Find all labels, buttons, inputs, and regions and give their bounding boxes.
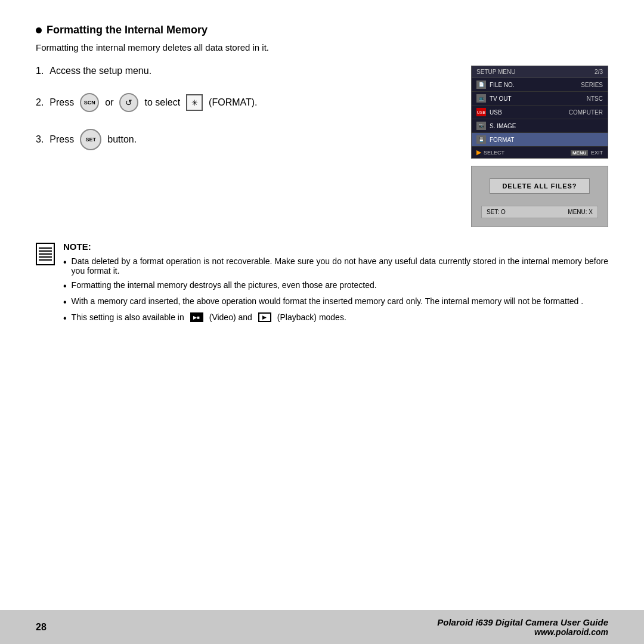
video-mode-icon: ▶■ (190, 312, 203, 322)
main-area: 1. Access the setup menu. 2. Press SCN o… (36, 66, 608, 227)
menu-header: SETUP MENU 2/3 (472, 66, 608, 78)
scn-label: SCN (84, 100, 95, 106)
footer-url: www.polaroid.com (437, 627, 608, 637)
note-list: Data deleted by a format operation is no… (63, 256, 608, 324)
step-2-format: (FORMAT). (209, 97, 257, 108)
exit-text: MENU EXIT (571, 150, 603, 156)
fileno-value: SERIES (581, 82, 603, 88)
dialog-footer: SET: O MENU: X (481, 206, 598, 218)
title-text: Formatting the Internal Memory (47, 24, 208, 36)
delete-all-button: DELETE ALL FILES? (490, 178, 589, 194)
scn-button-icon: SCN (80, 93, 99, 112)
step-2-num: 2. (36, 97, 44, 108)
subtitle-text: Formatting the internal memory deletes a… (36, 42, 608, 52)
select-text: SELECT (484, 150, 504, 156)
note-item-2: Formatting the internal memory destroys … (63, 280, 608, 292)
menu-row-format: 💾 FORMAT (472, 133, 608, 147)
step-2: 2. Press SCN or ↺ to select ✳ (FORMAT). (36, 93, 459, 112)
title-bullet (36, 27, 42, 33)
menu-row-tvout: 📺 TV OUT NTSC (472, 92, 608, 106)
format-label: FORMAT (490, 137, 599, 143)
note-content: NOTE: Data deleted by a format operation… (63, 242, 608, 329)
step-3-button: button. (107, 134, 137, 145)
section-title: Formatting the Internal Memory (36, 24, 608, 36)
fileno-label: FILE NO. (490, 82, 577, 88)
note-item-4: This setting is also available in ▶■ (Vi… (63, 312, 608, 324)
format-icon: ✳ (186, 94, 203, 111)
step-3-press: Press (49, 134, 74, 145)
tvout-label: TV OUT (490, 95, 583, 102)
delete-dialog: DELETE ALL FILES? SET: O MENU: X (471, 166, 608, 227)
dialog-set: SET: O (487, 209, 506, 215)
menu-row-simage: 📷 S. IMAGE (472, 119, 608, 133)
footer-brand: Polaroid i639 Digital Camera User Guide … (437, 617, 608, 637)
select-arrow: ▶ (476, 148, 481, 156)
note-item-1-text: Data deleted by a format operation is no… (72, 256, 608, 275)
step-1: 1. Access the setup menu. (36, 66, 459, 76)
note-item-4-end: (Playback) modes. (277, 312, 346, 322)
usb-icon: USB (476, 108, 486, 116)
step-1-num: 1. (36, 66, 44, 76)
step-3-num: 3. (36, 134, 44, 145)
tvout-icon: 📺 (476, 94, 486, 103)
note-title: NOTE: (63, 242, 608, 252)
simage-icon: 📷 (476, 122, 486, 130)
menu-header-right: 2/3 (595, 69, 603, 75)
setup-menu-screenshot: SETUP MENU 2/3 📄 FILE NO. SERIES 📺 TV OU… (471, 66, 608, 159)
note-section: NOTE: Data deleted by a format operation… (36, 242, 608, 329)
footer-title: Polaroid i639 Digital Camera User Guide (437, 617, 608, 627)
page-number: 28 (36, 622, 47, 633)
step-2-or: or (105, 97, 113, 108)
page-footer: 28 Polaroid i639 Digital Camera User Gui… (0, 610, 644, 644)
dialog-menu: MENU: X (568, 209, 593, 215)
instructions: 1. Access the setup menu. 2. Press SCN o… (36, 66, 459, 227)
menu-row-usb: USB USB COMPUTER (472, 106, 608, 119)
note-item-4-before: This setting is also available in (72, 312, 184, 322)
note-item-2-text: Formatting the internal memory destroys … (72, 280, 377, 290)
format-menu-icon: 💾 (476, 135, 486, 144)
ui-screenshots: SETUP MENU 2/3 📄 FILE NO. SERIES 📺 TV OU… (471, 66, 608, 227)
set-label: SET (85, 137, 96, 143)
arrow-button-icon: ↺ (119, 93, 138, 112)
menu-header-left: SETUP MENU (476, 69, 515, 75)
note-icon (36, 243, 55, 265)
set-button-icon: SET (80, 129, 101, 150)
note-item-1: Data deleted by a format operation is no… (63, 256, 608, 275)
usb-label: USB (490, 109, 565, 116)
note-item-4-mid: (Video) and (209, 312, 252, 322)
fileno-icon: 📄 (476, 80, 486, 89)
note-item-3: With a memory card inserted, the above o… (63, 296, 608, 308)
usb-value: COMPUTER (569, 109, 603, 116)
menu-footer: ▶ SELECT MENU EXIT (472, 147, 608, 158)
step-2-press: Press (49, 97, 74, 108)
simage-label: S. IMAGE (490, 123, 599, 129)
menu-row-fileno: 📄 FILE NO. SERIES (472, 78, 608, 92)
note-item-3-text: With a memory card inserted, the above o… (72, 296, 584, 306)
step-3: 3. Press SET button. (36, 129, 459, 150)
step-2-to-select: to select (144, 97, 180, 108)
step-1-text: Access the setup menu. (49, 66, 151, 76)
tvout-value: NTSC (587, 95, 603, 102)
playback-mode-icon: ▶ (258, 312, 271, 322)
